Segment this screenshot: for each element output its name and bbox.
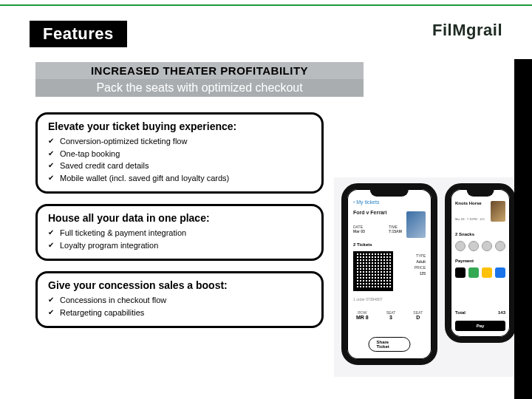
seat-row: ROWMR 8 SEAT3 SEATD xyxy=(347,310,432,320)
banner-subtitle: Pack the seats with optimized checkout xyxy=(35,79,364,97)
card-title: Elevate your ticket buying experience: xyxy=(48,120,311,132)
card-bullet: One-tap booking xyxy=(48,148,311,160)
banner-title: INCREASED THEATER PROFITABILITY xyxy=(35,62,364,79)
card-bullet: Concessions in checkout flow xyxy=(48,294,311,307)
share-button: Share Ticket xyxy=(369,337,411,352)
feature-card: Elevate your ticket buying experience: C… xyxy=(35,112,324,194)
card-title: Give your concession sales a boost: xyxy=(48,279,311,291)
poster-thumbnail xyxy=(406,211,426,238)
back-link: My tickets xyxy=(353,200,379,205)
snacks-label: 2 Snacks xyxy=(455,232,474,236)
datetime-row: Mar 03 · 7:15PM · 125 xyxy=(455,217,485,221)
pay-icon xyxy=(455,267,466,278)
top-rule xyxy=(0,4,532,6)
qr-code xyxy=(353,251,393,291)
card-bullet: Conversion-optimized ticketing flow xyxy=(48,135,311,148)
card-bullet: Full ticketing & payment integration xyxy=(48,227,311,239)
tickets-count: 2 Tickets xyxy=(353,242,372,247)
slide-accent-bar xyxy=(514,59,532,399)
feature-cards: Elevate your ticket buying experience: C… xyxy=(35,112,324,338)
card-bullet: Saved credit card details xyxy=(48,160,311,172)
phone-checkout: Knots Horse Mar 03 · 7:15PM · 125 2 Snac… xyxy=(445,183,516,343)
phone-mockups: My tickets Ford v Ferrari DATEMar 03 TIM… xyxy=(334,177,519,377)
card-bullet: Retargeting capabilities xyxy=(48,307,311,319)
feature-card: House all your data in one place: Full t… xyxy=(35,204,324,261)
pay-icon xyxy=(468,267,479,278)
pay-button: Pay xyxy=(455,321,505,331)
pay-icon xyxy=(482,267,492,278)
card-bullet: Mobile wallet (incl. saved gift and loya… xyxy=(48,172,311,185)
movie-title: Knots Horse xyxy=(455,201,482,205)
payment-label: Payment xyxy=(455,259,474,263)
snack-avatars xyxy=(455,241,505,251)
movie-title: Ford v Ferrari xyxy=(353,210,387,215)
card-title: House all your data in one place: xyxy=(48,212,311,224)
ticket-info: TYPEAdult PRICE125 xyxy=(415,253,426,276)
section-banner: INCREASED THEATER PROFITABILITY Pack the… xyxy=(35,62,364,97)
pay-icon xyxy=(495,267,505,278)
features-tag: Features xyxy=(30,21,127,47)
brand-logo: FilMgrail xyxy=(432,21,502,40)
total-row: Total143 xyxy=(455,310,505,315)
poster-thumbnail xyxy=(491,201,505,222)
phone-notch xyxy=(370,189,409,197)
card-bullet: Loyalty program integration xyxy=(48,239,311,252)
phone-notch xyxy=(467,189,494,197)
phone-ticket: My tickets Ford v Ferrari DATEMar 03 TIM… xyxy=(341,183,437,365)
feature-card: Give your concession sales a boost: Conc… xyxy=(35,271,324,328)
payment-icons xyxy=(455,267,505,278)
order-number: 1 order 07394807 xyxy=(353,297,382,301)
